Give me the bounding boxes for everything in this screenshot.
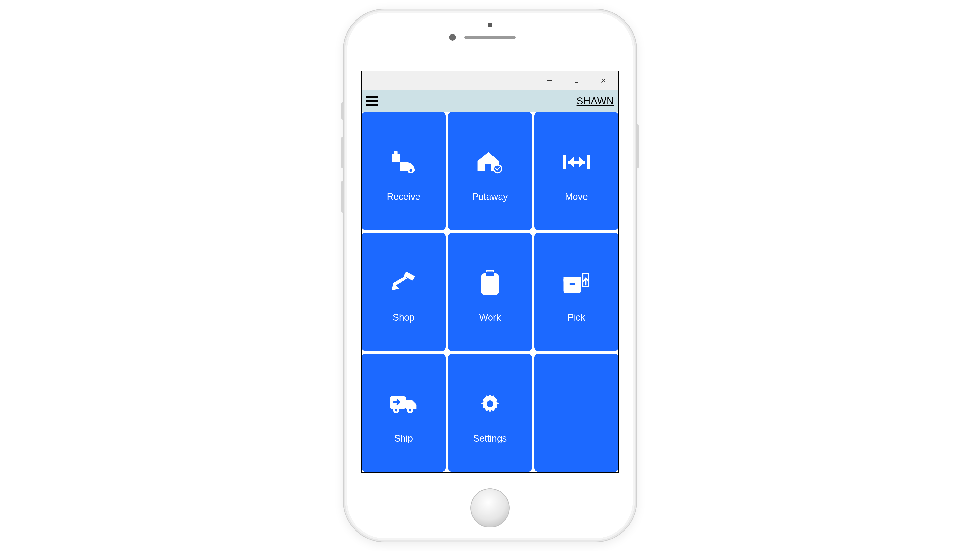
tile-label: Putaway xyxy=(472,192,508,202)
svg-rect-8 xyxy=(485,164,491,171)
work-icon xyxy=(475,271,505,295)
tile-label: Pick xyxy=(568,312,585,323)
tile-grid: Receive Putaway xyxy=(362,112,618,472)
phone-frame: SHAWN Receive xyxy=(343,9,637,542)
svg-point-28 xyxy=(487,400,493,407)
settings-icon xyxy=(475,392,505,416)
user-label[interactable]: SHAWN xyxy=(577,95,614,106)
phone-home-button[interactable] xyxy=(470,488,510,527)
phone-sensor-icon xyxy=(449,34,456,41)
tile-label: Settings xyxy=(473,433,507,444)
tile-label: Ship xyxy=(394,433,413,444)
svg-rect-15 xyxy=(481,273,499,295)
phone-side-button xyxy=(341,137,344,168)
svg-rect-11 xyxy=(563,155,566,170)
svg-rect-20 xyxy=(570,283,575,285)
tile-label: Shop xyxy=(393,312,415,323)
phone-side-button xyxy=(341,181,344,213)
tile-pick[interactable]: Pick xyxy=(535,233,618,351)
hamburger-icon xyxy=(366,96,378,98)
svg-rect-4 xyxy=(392,154,400,162)
svg-point-27 xyxy=(409,409,411,411)
tile-move[interactable]: Move xyxy=(535,112,618,230)
move-icon xyxy=(562,150,591,175)
window-maximize-button[interactable] xyxy=(563,71,590,90)
tile-label: Move xyxy=(565,192,588,202)
hamburger-icon xyxy=(366,100,378,102)
phone-earpiece xyxy=(464,36,516,39)
pick-icon xyxy=(562,271,591,295)
svg-rect-19 xyxy=(563,278,581,282)
shop-icon xyxy=(389,271,418,295)
hamburger-icon xyxy=(366,104,378,106)
svg-point-7 xyxy=(410,169,412,171)
window-titlebar xyxy=(362,71,618,90)
svg-rect-1 xyxy=(575,79,578,82)
window-close-button[interactable] xyxy=(590,71,617,90)
svg-rect-5 xyxy=(394,151,398,155)
putaway-icon xyxy=(475,150,505,175)
tile-shop[interactable]: Shop xyxy=(362,233,445,351)
tile-label: Receive xyxy=(387,192,420,202)
svg-point-26 xyxy=(395,409,398,411)
tile-settings[interactable]: Settings xyxy=(448,354,532,472)
app-header: SHAWN xyxy=(362,90,618,112)
window-minimize-button[interactable] xyxy=(536,71,563,90)
menu-button[interactable] xyxy=(366,96,378,106)
phone-camera-icon xyxy=(488,22,492,27)
tile-putaway[interactable]: Putaway xyxy=(448,112,532,230)
maximize-icon xyxy=(574,78,579,84)
ship-icon xyxy=(389,392,418,416)
tile-work[interactable]: Work xyxy=(448,233,532,351)
phone-side-button xyxy=(636,124,639,168)
tile-ship[interactable]: Ship xyxy=(362,354,445,472)
minimize-icon xyxy=(546,77,553,84)
close-icon xyxy=(600,78,607,84)
receive-icon xyxy=(389,150,418,175)
tile-receive[interactable]: Receive xyxy=(362,112,445,230)
tile-label: Work xyxy=(479,312,501,323)
phone-side-button xyxy=(341,102,344,119)
svg-rect-12 xyxy=(587,155,590,170)
tile-empty xyxy=(535,354,618,472)
svg-rect-17 xyxy=(485,272,495,276)
app-window: SHAWN Receive xyxy=(361,70,619,473)
